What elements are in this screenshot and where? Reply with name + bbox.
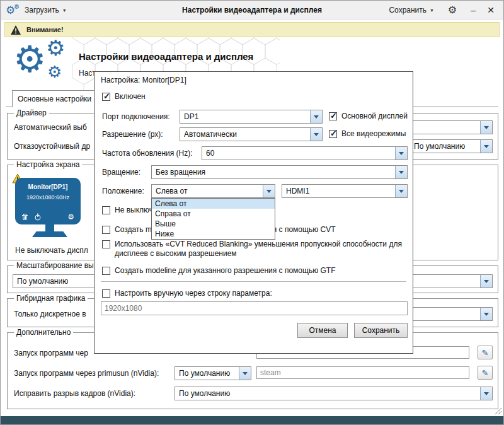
trash-icon[interactable] <box>21 213 28 221</box>
dropdown-option[interactable]: Выше <box>152 219 275 229</box>
additional-group-label: Дополнительно <box>14 328 73 337</box>
checkbox[interactable] <box>329 130 337 138</box>
checkbox[interactable] <box>102 240 110 248</box>
page-title: Настройки видеоадаптера и дисплея <box>79 51 253 62</box>
dialog-separator <box>101 281 406 282</box>
tab-label: Основные настройки <box>18 95 91 103</box>
all-modes-checkbox-row[interactable]: Все видеорежимы <box>329 129 406 139</box>
edit-primusrun-button[interactable]: ✎ <box>478 366 493 380</box>
resolution-select[interactable]: Автоматически <box>180 127 323 141</box>
resolution-value: Автоматически <box>184 130 308 139</box>
monitor-settings-dialog: Настройка: Monitor[DP1] Включен Порт под… <box>94 71 413 354</box>
chevron-down-icon: ▼ <box>62 8 67 13</box>
tab-main-settings[interactable]: Основные настройки <box>12 90 97 107</box>
chevron-down-icon <box>310 110 322 123</box>
keep-on-checkbox-row[interactable]: Не выключ <box>102 206 153 215</box>
primusrun-program-field[interactable] <box>256 366 469 379</box>
edit-run-program-button[interactable]: ✎ <box>478 346 493 359</box>
status-bar <box>1 416 503 424</box>
resize-grip[interactable] <box>494 407 502 415</box>
warning-icon <box>10 25 21 35</box>
warning-banner: Внимание! <box>4 22 500 37</box>
primary-display-checkbox-row[interactable]: Основной дисплей <box>329 112 408 121</box>
screen-group-label: Настройка экрана <box>14 160 82 169</box>
power-icon[interactable] <box>34 213 42 221</box>
discrete-only-label: Только дискретное в <box>14 310 86 318</box>
chevron-down-icon <box>395 185 407 197</box>
monitor-preview[interactable]: Monitor[DP1] 1920x1080:60Hz ⚙ <box>15 178 84 237</box>
load-menu-button[interactable]: Загрузить ▼ <box>25 1 67 20</box>
checkbox[interactable] <box>329 112 337 120</box>
gtf-checkbox-row[interactable]: Создать modeline для указанного разрешен… <box>102 266 336 276</box>
checkbox[interactable] <box>102 206 110 214</box>
dropdown-option[interactable]: Слева от <box>152 199 275 209</box>
gear-icon: ⚙ <box>14 4 20 10</box>
load-menu-label: Загрузить <box>25 6 59 15</box>
driver-group-label: Драйвер <box>14 108 49 117</box>
primusrun-label: Запуск программ через primusun (nVidia): <box>14 369 159 378</box>
position-label: Положение: <box>102 187 144 195</box>
pencil-icon: ✎ <box>482 348 489 358</box>
checkbox[interactable] <box>102 289 110 298</box>
dropdown-option[interactable]: Ниже <box>152 229 275 239</box>
refresh-select[interactable]: 60 <box>202 146 408 160</box>
relative-display-select[interactable]: HDMI1 <box>282 184 408 198</box>
auto-driver-label: Автоматический выб <box>14 123 87 132</box>
rotation-label: Вращение: <box>102 168 140 177</box>
manual-checkbox-row[interactable]: Настроить вручную через строку параметра… <box>102 289 272 298</box>
settings-button[interactable]: ⚙ <box>448 1 457 20</box>
minimize-icon: – <box>471 5 476 15</box>
checkbox[interactable] <box>102 267 110 275</box>
tearing-fix-select[interactable]: По умолчанию <box>175 387 493 400</box>
failsafe-driver-label: Отказоустойчивый др <box>14 142 90 151</box>
port-value: DP1 <box>184 112 308 121</box>
tearing-fix-value: По умолчанию <box>179 389 478 398</box>
monitor-name: Monitor[DP1] <box>15 183 81 190</box>
primusrun-combo-value: По умолчанию <box>179 369 237 378</box>
relative-display-value: HDMI1 <box>286 187 393 195</box>
save-menu-button[interactable]: Сохранить ▼ <box>389 1 434 20</box>
port-select[interactable]: DP1 <box>180 110 323 124</box>
save-button[interactable]: Сохранить <box>354 323 408 338</box>
rotation-value: Без вращения <box>156 168 393 177</box>
position-select[interactable]: Слева от <box>151 184 275 198</box>
position-value: Слева от <box>156 187 261 195</box>
monitor-base <box>32 231 67 237</box>
manual-label: Настроить вручную через строку параметра… <box>115 289 272 298</box>
gears-icon: ⚙ <box>13 41 46 78</box>
cvt-rb-label: Использовать «CVT Reduced Blanking» умен… <box>115 240 404 259</box>
chevron-down-icon <box>480 121 492 134</box>
rotation-select[interactable]: Без вращения <box>151 165 408 179</box>
pencil-icon: ✎ <box>482 368 489 378</box>
primusrun-select[interactable]: По умолчанию <box>175 366 251 380</box>
chevron-down-icon <box>310 128 322 141</box>
save-menu-label: Сохранить <box>389 6 427 15</box>
chevron-down-icon <box>480 275 492 288</box>
cvt-rb-checkbox-row[interactable]: Использовать «CVT Reduced Blanking» умен… <box>102 240 404 259</box>
gear-icon[interactable]: ⚙ <box>67 213 74 221</box>
cancel-button[interactable]: Отмена <box>297 323 348 338</box>
tearing-fix-label: Исправить разрыв кадров (nVidia): <box>14 389 135 398</box>
manual-parameter-input[interactable] <box>101 301 408 315</box>
close-button[interactable]: ✕ <box>487 1 495 20</box>
app-window: ⚙ ⚙ Загрузить ▼ Настройки видеоадаптера … <box>0 0 504 425</box>
chevron-down-icon <box>263 185 275 197</box>
monitor-screen: Monitor[DP1] 1920x1080:60Hz ⚙ <box>15 178 81 224</box>
dropdown-option[interactable]: Справа от <box>152 209 275 219</box>
enabled-checkbox-row[interactable]: Включен <box>102 92 146 102</box>
checkbox[interactable] <box>102 226 110 234</box>
refresh-label: Частота обновления (Hz): <box>102 149 193 158</box>
app-icon: ⚙ ⚙ <box>6 1 20 20</box>
port-label: Порт подключения: <box>102 112 170 121</box>
primary-display-label: Основной дисплей <box>341 112 408 121</box>
failsafe-driver-select[interactable]: По умолчанию <box>410 139 493 153</box>
hybrid-group-label: Гибридная графика <box>14 294 88 303</box>
chevron-down-icon <box>480 140 492 153</box>
minimize-button[interactable]: – <box>471 1 476 20</box>
warning-banner-text: Внимание! <box>26 26 64 33</box>
checkbox[interactable] <box>102 93 110 101</box>
position-dropdown-list: Слева от Справа от Выше Ниже <box>151 198 275 240</box>
monitor-mode: 1920x1080:60Hz <box>15 194 81 201</box>
titlebar: ⚙ ⚙ Загрузить ▼ Настройки видеоадаптера … <box>1 1 503 20</box>
monitor-stand <box>45 224 54 231</box>
